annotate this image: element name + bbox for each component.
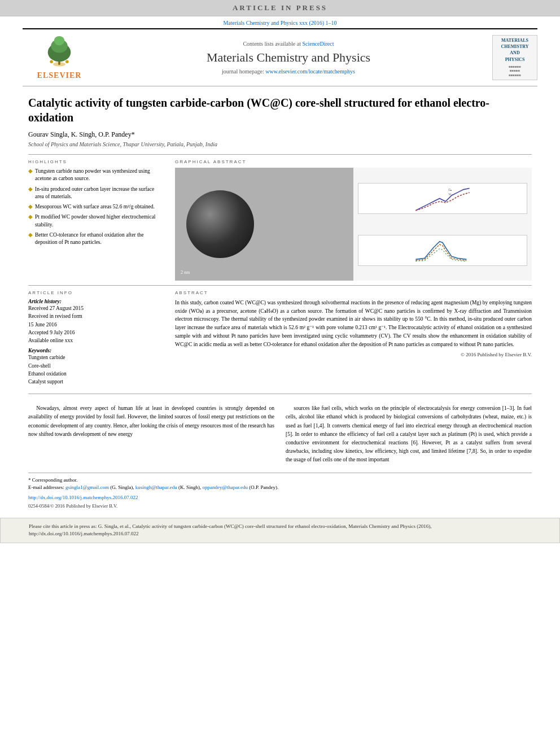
highlight-text-2: In-situ produced outer carbon layer incr… — [35, 186, 164, 201]
chart-1-svg: C₁ W₁ — [358, 184, 527, 213]
body-columns: Nowadays, almost every aspect of human l… — [28, 404, 532, 464]
body-para-right: sources like fuel cells, which works on … — [286, 404, 532, 464]
affiliation: School of Physics and Materials Science,… — [28, 141, 532, 147]
emails-label: E-mail addresses: — [28, 484, 64, 490]
divider-2 — [28, 285, 532, 286]
body-section: Nowadays, almost every aspect of human l… — [28, 404, 532, 464]
abstract-section: ABSTRACT In this study, carbon coated WC… — [175, 290, 532, 389]
bullet-icon-1: ◆ — [28, 168, 33, 183]
email-1[interactable]: gsingla1@gmail.com — [65, 484, 109, 490]
citation-text: Please cite this article in press as: G.… — [29, 523, 432, 537]
highlights-abstract-section: HIGHLIGHTS ◆ Tungsten carbide nano powde… — [28, 159, 532, 281]
highlight-text-3: Mesoporous WC with surface areas 52.6 m²… — [35, 203, 155, 211]
journal-homepage: journal homepage: www.elsevier.com/locat… — [96, 68, 481, 75]
abstract-label: ABSTRACT — [175, 290, 532, 295]
keyword-2: Core-shell — [28, 362, 164, 370]
email-2-note: (K. Singh), — [178, 484, 201, 490]
contents-label: Contents lists available at — [243, 41, 300, 47]
homepage-url[interactable]: www.elsevier.com/locate/matchemphys — [265, 68, 355, 75]
received-date: Received 27 August 2015 — [28, 304, 164, 312]
mini-chart-2 — [358, 235, 527, 266]
journal-logo-right: MATERIALSCHEMISTRYANDPHYSICS ■■■■■■ ■■■■… — [481, 35, 537, 80]
article-info-label: ARTICLE INFO — [28, 290, 164, 295]
article-in-press-banner: ARTICLE IN PRESS — [0, 0, 560, 16]
journal-brand-logo: MATERIALSCHEMISTRYANDPHYSICS ■■■■■■ ■■■■… — [492, 35, 537, 80]
highlight-item-5: ◆ Better CO-tolerance for ethanol oxidat… — [28, 231, 164, 247]
highlight-item-4: ◆ Pt modified WC powder showed higher el… — [28, 213, 164, 229]
bullet-icon-4: ◆ — [28, 213, 33, 229]
article-title: Catalytic activity of tungsten carbide-c… — [28, 95, 532, 125]
footnotes-section: * Corresponding author. E-mail addresses… — [28, 473, 532, 510]
journal-ref-text: Materials Chemistry and Physics xxx (201… — [223, 20, 336, 26]
highlight-item-2: ◆ In-situ produced outer carbon layer in… — [28, 186, 164, 201]
keywords-label: Keywords: — [28, 348, 164, 353]
journal-header: ELSEVIER Contents lists available at Sci… — [23, 28, 537, 86]
email-addresses: E-mail addresses: gsingla1@gmail.com (G.… — [28, 484, 532, 492]
journal-reference: Materials Chemistry and Physics xxx (201… — [0, 16, 560, 28]
mini-chart-1: C₁ W₁ — [358, 183, 527, 214]
scale-bar: 2 nm — [181, 270, 190, 275]
accepted-date: Accepted 9 July 2016 — [28, 329, 164, 337]
sciencedirect-link[interactable]: ScienceDirect — [302, 41, 334, 47]
graphical-abstract-label: GRAPHICAL ABSTRACT — [175, 159, 532, 164]
tem-particle — [186, 190, 254, 258]
corresponding-author: * Corresponding author. — [28, 477, 532, 484]
svg-point-6 — [65, 60, 69, 63]
svg-point-4 — [54, 36, 64, 45]
journal-title: Materials Chemistry and Physics — [96, 50, 481, 65]
graphical-abstract-image: 2 nm C₁ W₁ — [175, 168, 532, 281]
charts-panel: C₁ W₁ — [353, 168, 532, 281]
issn-line: 0254-0584/© 2016 Published by Elsevier B… — [28, 503, 532, 510]
elsevier-logo: ELSEVIER — [23, 36, 96, 80]
history-label: Article history: — [28, 299, 164, 304]
keywords-section: Keywords: Tungsten carbide Core-shell Et… — [28, 348, 164, 386]
main-content: Catalytic activity of tungsten carbide-c… — [28, 86, 532, 510]
graphical-abstract-section: GRAPHICAL ABSTRACT 2 nm C₁ W₁ — [175, 159, 532, 281]
highlight-text-1: Tungsten carbide nano powder was synthes… — [35, 168, 164, 183]
highlight-item-1: ◆ Tungsten carbide nano powder was synth… — [28, 168, 164, 183]
tem-image: 2 nm — [175, 168, 353, 281]
keyword-4: Catalyst support — [28, 378, 164, 386]
contents-line: Contents lists available at ScienceDirec… — [96, 41, 481, 47]
citation-bar: Please cite this article in press as: G.… — [0, 518, 560, 543]
body-right-column: sources like fuel cells, which works on … — [286, 404, 532, 464]
highlights-list: ◆ Tungsten carbide nano powder was synth… — [28, 168, 164, 247]
svg-text:C₁: C₁ — [449, 187, 452, 191]
journal-center-header: Contents lists available at ScienceDirec… — [96, 41, 481, 75]
divider-1 — [28, 154, 532, 155]
bullet-icon-3: ◆ — [28, 203, 33, 211]
article-info-section: ARTICLE INFO Article history: Received 2… — [28, 290, 164, 389]
elsevier-wordmark: ELSEVIER — [37, 71, 82, 80]
copyright-line: © 2016 Published by Elsevier B.V. — [175, 352, 532, 357]
revised-date: 15 June 2016 — [28, 321, 164, 329]
elsevier-tree-icon — [37, 36, 82, 69]
available-online: Available online xxx — [28, 337, 164, 344]
svg-point-5 — [50, 60, 53, 63]
email-3[interactable]: oppandey@thapar.edu — [203, 484, 248, 490]
authors: Gourav Singla, K. Singh, O.P. Pandey* — [28, 130, 532, 139]
abstract-text: In this study, carbon coated WC (WC@C) w… — [175, 299, 532, 348]
revised-label: Received in revised form — [28, 312, 164, 320]
divider-3 — [28, 394, 532, 394]
chart-2-svg — [358, 235, 527, 265]
author-names: Gourav Singla, K. Singh, O.P. Pandey* — [28, 130, 135, 138]
svg-text:W₁: W₁ — [449, 193, 453, 196]
doi-link[interactable]: http://dx.doi.org/10.1016/j.matchemphys.… — [28, 494, 532, 502]
highlight-text-5: Better CO-tolerance for ethanol oxidatio… — [35, 231, 164, 247]
info-abstract-section: ARTICLE INFO Article history: Received 2… — [28, 290, 532, 389]
email-2[interactable]: kusingh@thapar.edu — [135, 484, 177, 490]
highlights-label: HIGHLIGHTS — [28, 159, 164, 164]
highlights-section: HIGHLIGHTS ◆ Tungsten carbide nano powde… — [28, 159, 164, 281]
banner-text: ARTICLE IN PRESS — [233, 3, 327, 12]
highlight-text-4: Pt modified WC powder showed higher elec… — [35, 213, 164, 229]
email-3-note: (O.P. Pandey). — [249, 484, 278, 490]
article-history: Article history: Received 27 August 2015… — [28, 299, 164, 344]
highlight-item-3: ◆ Mesoporous WC with surface areas 52.6 … — [28, 203, 164, 211]
bullet-icon-5: ◆ — [28, 231, 33, 247]
bullet-icon-2: ◆ — [28, 186, 33, 201]
keyword-1: Tungsten carbide — [28, 353, 164, 361]
homepage-label: journal homepage: — [222, 68, 264, 75]
email-1-note: (G. Singla), — [110, 484, 134, 490]
body-para-left: Nowadays, almost every aspect of human l… — [28, 404, 274, 439]
keyword-3: Ethanol oxidation — [28, 370, 164, 378]
